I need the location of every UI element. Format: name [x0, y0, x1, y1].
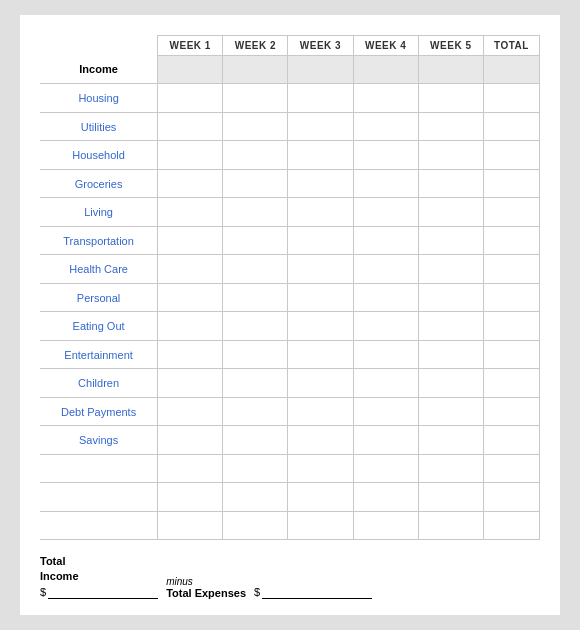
- data-cell[interactable]: [483, 312, 539, 340]
- data-cell[interactable]: [288, 483, 353, 511]
- data-cell[interactable]: [483, 483, 539, 511]
- data-cell[interactable]: [158, 226, 223, 254]
- data-cell[interactable]: [353, 255, 418, 283]
- data-cell[interactable]: [158, 84, 223, 112]
- data-cell[interactable]: [158, 397, 223, 425]
- data-cell[interactable]: [288, 255, 353, 283]
- data-cell[interactable]: [418, 84, 483, 112]
- data-cell[interactable]: [353, 56, 418, 84]
- data-cell[interactable]: [418, 141, 483, 169]
- data-cell[interactable]: [223, 112, 288, 140]
- data-cell[interactable]: [353, 112, 418, 140]
- data-cell[interactable]: [223, 226, 288, 254]
- data-cell[interactable]: [418, 198, 483, 226]
- data-cell[interactable]: [223, 454, 288, 482]
- data-cell[interactable]: [288, 169, 353, 197]
- data-cell[interactable]: [223, 511, 288, 540]
- data-cell[interactable]: [353, 397, 418, 425]
- data-cell[interactable]: [288, 397, 353, 425]
- data-cell[interactable]: [223, 483, 288, 511]
- data-cell[interactable]: [223, 84, 288, 112]
- data-cell[interactable]: [223, 56, 288, 84]
- data-cell[interactable]: [483, 511, 539, 540]
- data-cell[interactable]: [353, 340, 418, 368]
- data-cell[interactable]: [483, 426, 539, 454]
- total-income-input[interactable]: $: [40, 585, 158, 599]
- data-cell[interactable]: [483, 198, 539, 226]
- data-cell[interactable]: [483, 84, 539, 112]
- data-cell[interactable]: [223, 312, 288, 340]
- data-cell[interactable]: [483, 283, 539, 311]
- data-cell[interactable]: [288, 369, 353, 397]
- data-cell[interactable]: [223, 255, 288, 283]
- data-cell[interactable]: [418, 112, 483, 140]
- data-cell[interactable]: [353, 84, 418, 112]
- data-cell[interactable]: [158, 56, 223, 84]
- data-cell[interactable]: [223, 283, 288, 311]
- data-cell[interactable]: [418, 369, 483, 397]
- data-cell[interactable]: [483, 340, 539, 368]
- data-cell[interactable]: [353, 312, 418, 340]
- data-cell[interactable]: [353, 454, 418, 482]
- data-cell[interactable]: [418, 340, 483, 368]
- data-cell[interactable]: [158, 369, 223, 397]
- data-cell[interactable]: [418, 312, 483, 340]
- data-cell[interactable]: [158, 141, 223, 169]
- data-cell[interactable]: [483, 56, 539, 84]
- data-cell[interactable]: [223, 198, 288, 226]
- data-cell[interactable]: [418, 426, 483, 454]
- data-cell[interactable]: [483, 454, 539, 482]
- data-cell[interactable]: [288, 511, 353, 540]
- data-cell[interactable]: [483, 112, 539, 140]
- data-cell[interactable]: [288, 112, 353, 140]
- data-cell[interactable]: [288, 84, 353, 112]
- data-cell[interactable]: [418, 397, 483, 425]
- data-cell[interactable]: [288, 312, 353, 340]
- data-cell[interactable]: [353, 169, 418, 197]
- data-cell[interactable]: [418, 283, 483, 311]
- data-cell[interactable]: [158, 340, 223, 368]
- data-cell[interactable]: [158, 483, 223, 511]
- data-cell[interactable]: [483, 141, 539, 169]
- data-cell[interactable]: [418, 255, 483, 283]
- data-cell[interactable]: [223, 340, 288, 368]
- data-cell[interactable]: [288, 340, 353, 368]
- data-cell[interactable]: [158, 426, 223, 454]
- data-cell[interactable]: [353, 283, 418, 311]
- data-cell[interactable]: [288, 426, 353, 454]
- data-cell[interactable]: [483, 169, 539, 197]
- data-cell[interactable]: [353, 483, 418, 511]
- data-cell[interactable]: [418, 511, 483, 540]
- data-cell[interactable]: [483, 255, 539, 283]
- data-cell[interactable]: [418, 169, 483, 197]
- data-cell[interactable]: [288, 141, 353, 169]
- data-cell[interactable]: [353, 369, 418, 397]
- data-cell[interactable]: [223, 141, 288, 169]
- data-cell[interactable]: [288, 454, 353, 482]
- data-cell[interactable]: [288, 283, 353, 311]
- data-cell[interactable]: [483, 226, 539, 254]
- data-cell[interactable]: [158, 198, 223, 226]
- data-cell[interactable]: [223, 369, 288, 397]
- data-cell[interactable]: [418, 56, 483, 84]
- data-cell[interactable]: [353, 511, 418, 540]
- data-cell[interactable]: [158, 312, 223, 340]
- data-cell[interactable]: [158, 511, 223, 540]
- data-cell[interactable]: [158, 255, 223, 283]
- data-cell[interactable]: [288, 198, 353, 226]
- data-cell[interactable]: [353, 226, 418, 254]
- data-cell[interactable]: [223, 426, 288, 454]
- data-cell[interactable]: [353, 141, 418, 169]
- data-cell[interactable]: [418, 483, 483, 511]
- data-cell[interactable]: [223, 397, 288, 425]
- data-cell[interactable]: [288, 226, 353, 254]
- data-cell[interactable]: [418, 226, 483, 254]
- data-cell[interactable]: [158, 112, 223, 140]
- data-cell[interactable]: [483, 369, 539, 397]
- data-cell[interactable]: [483, 397, 539, 425]
- data-cell[interactable]: [418, 454, 483, 482]
- expenses-input[interactable]: $: [254, 585, 372, 599]
- data-cell[interactable]: [158, 283, 223, 311]
- data-cell[interactable]: [353, 198, 418, 226]
- data-cell[interactable]: [158, 454, 223, 482]
